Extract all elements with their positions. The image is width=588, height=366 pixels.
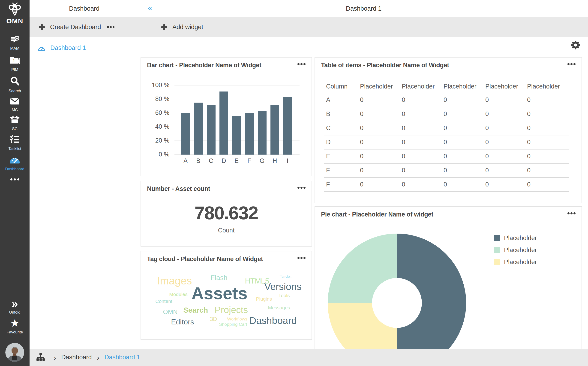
sidebar-item-label: SC [12, 127, 18, 131]
dashboard-list-menu[interactable] [107, 26, 114, 28]
gauge-icon [9, 154, 20, 165]
legend-swatch [494, 259, 500, 265]
table-cell: 0 [525, 153, 569, 160]
bar-H [271, 105, 279, 155]
legend-row: Placeholder [494, 235, 537, 242]
sidebar-item-unfold[interactable]: » Unfold [0, 298, 29, 315]
table-cell: 0 [484, 167, 525, 174]
tag-flash[interactable]: Flash [210, 274, 227, 281]
widget-menu-dots[interactable] [567, 63, 575, 65]
widget-table: Table of items - Placeholder Name of Wid… [315, 57, 582, 203]
widget-bar-chart: Bar chart - Placeholder Name of Widget 1… [140, 57, 312, 176]
sidebar-item-label: MC [12, 108, 18, 112]
star-icon: ★ [10, 318, 19, 328]
search-icon [9, 76, 20, 87]
tag-images[interactable]: Images [157, 275, 192, 286]
sidebar-item-label: Tasklist [8, 146, 21, 151]
table-cell: 0 [358, 110, 400, 118]
tag-tools[interactable]: Tools [278, 293, 290, 298]
table-header-cell: Placeholder [358, 83, 400, 90]
table-cell: 0 [400, 139, 442, 146]
table-cell: F [324, 181, 358, 188]
tag-dashboard[interactable]: Dashboard [249, 316, 296, 326]
dashboard-list-item-label: Dashboard 1 [50, 44, 86, 52]
sitemap-icon[interactable] [36, 353, 45, 362]
widget-menu-dots[interactable] [567, 212, 575, 214]
widget-menu-dots[interactable] [297, 257, 306, 259]
create-dashboard-button[interactable]: Create Dashboard [29, 17, 139, 37]
sidebar-item-tasklist[interactable]: Tasklist [0, 135, 29, 151]
bee-logo-icon [8, 2, 22, 17]
table-cell: C [324, 124, 358, 132]
collapse-panel-icon[interactable]: « [148, 0, 152, 17]
tag-shopping-cart[interactable]: Shopping Cart [219, 322, 247, 327]
dashboard-list-item[interactable]: Dashboard 1 [38, 44, 86, 52]
table-cell: B [324, 110, 358, 118]
gridline [175, 85, 300, 85]
add-widget-label: Add widget [172, 23, 203, 31]
box-icon [9, 115, 20, 125]
tag-assets[interactable]: Assets [191, 285, 248, 302]
bar-G [258, 111, 266, 155]
tag-workflows[interactable]: Workflows [227, 317, 247, 321]
chevron-right-icon: › [53, 353, 56, 361]
table-row: C00000 [324, 121, 569, 135]
table-cell: D [324, 139, 358, 146]
tag-search[interactable]: Search [184, 306, 208, 314]
bar-E [232, 116, 241, 155]
tag-3d[interactable]: 3D [210, 316, 217, 322]
legend-label: Placeholder [504, 259, 537, 266]
tag-plugins[interactable]: Plugins [256, 297, 272, 301]
table-cell: 0 [525, 124, 569, 132]
tag-versions[interactable]: Versions [264, 282, 301, 292]
table-cell: 0 [400, 181, 442, 188]
breadcrumb-dashboard-1[interactable]: Dashboard 1 [104, 354, 140, 361]
add-widget-button[interactable]: Add widget [140, 17, 588, 37]
widget-tag-cloud: Tag cloud - Placeholder Name of Widget I… [140, 251, 312, 340]
tag-messages[interactable]: Messages [268, 305, 290, 310]
sidebar-item-label: MAM [10, 46, 19, 51]
breadcrumb-dashboard[interactable]: Dashboard [61, 354, 92, 361]
table-row: E00000 [324, 150, 569, 164]
tag-omn[interactable]: OMN [163, 309, 178, 315]
sidebar-item-mam[interactable]: MAM [0, 34, 29, 51]
tag-projects[interactable]: Projects [215, 305, 248, 314]
table-cell: E [324, 153, 358, 160]
tag-tasks[interactable]: Tasks [279, 274, 291, 279]
widget-menu-dots[interactable] [297, 63, 306, 65]
sidebar-item-dashboard[interactable]: Dashboard [0, 154, 29, 171]
sidebar-item-label: Favourite [7, 330, 23, 335]
sidebar-item-mc[interactable]: MC [0, 97, 29, 112]
gridline [175, 113, 300, 113]
sidebar-item-pim[interactable]: 1 PIM [0, 55, 29, 72]
user-avatar[interactable] [5, 343, 24, 362]
gear-icon[interactable] [571, 40, 580, 50]
tag-content[interactable]: Content [155, 299, 172, 304]
table-cell: A [324, 96, 358, 104]
table-header-cell: Placeholder [400, 83, 442, 90]
y-axis-tick: 80 % [144, 95, 169, 103]
bar-A [181, 113, 190, 155]
table-cell: 0 [358, 167, 400, 174]
donut-chart [328, 234, 466, 349]
bar-C [207, 105, 215, 155]
bar-B [194, 103, 203, 155]
sidebar-item-search[interactable]: Search [0, 76, 29, 93]
app-logo[interactable]: OMN [0, 2, 29, 25]
widget-title: Number - Asset count [147, 185, 210, 192]
gridline [175, 99, 300, 99]
table-cell: 0 [442, 110, 484, 118]
x-axis-tick: D [217, 157, 231, 165]
y-axis-tick: 60 % [144, 109, 169, 116]
widget-menu-dots[interactable] [297, 187, 306, 189]
table-cell: 0 [525, 110, 569, 118]
tag-editors[interactable]: Editors [171, 318, 194, 326]
table-cell: 0 [358, 181, 400, 188]
sidebar-item-favourite[interactable]: ★ Favourite [0, 318, 29, 335]
sidebar-item-sc[interactable]: SC [0, 115, 29, 131]
tag-modules[interactable]: Modules [169, 292, 187, 297]
widget-title: Bar chart - Placeholder Name of Widget [147, 62, 261, 69]
sidebar-item-label: PIM [11, 68, 18, 72]
x-axis-tick: G [255, 157, 269, 165]
sidebar-more-menu[interactable] [0, 178, 29, 181]
